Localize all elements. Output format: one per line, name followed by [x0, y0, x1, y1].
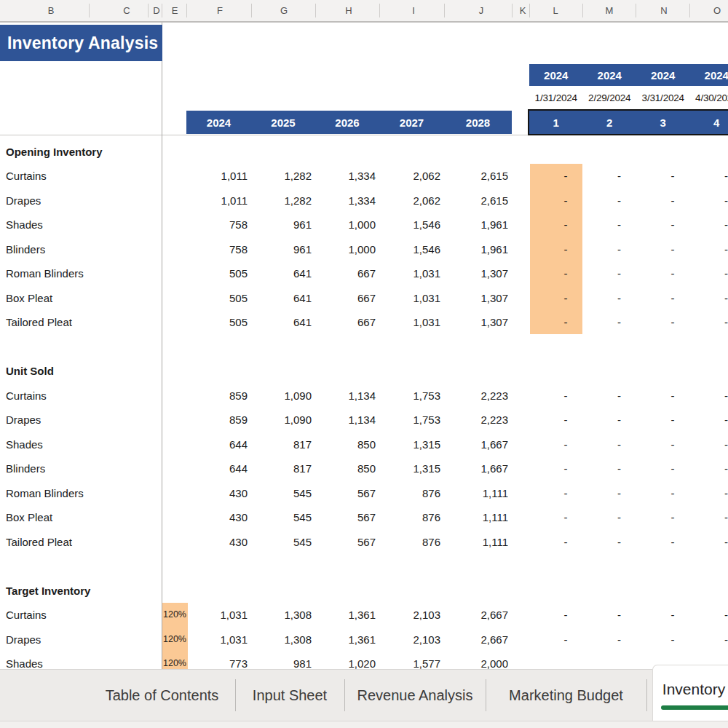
monthly-value-cell[interactable]: - [529, 383, 583, 408]
monthly-value-cell[interactable]: - [583, 627, 637, 652]
annual-value-cell[interactable]: 1,090 [251, 383, 315, 408]
monthly-value-cell[interactable]: - [690, 188, 728, 213]
annual-year-header[interactable]: 2027 [379, 111, 444, 134]
monthly-value-cell[interactable]: - [583, 505, 637, 530]
annual-value-cell[interactable]: 2,062 [379, 188, 444, 213]
annual-value-cell[interactable]: 2,103 [379, 627, 444, 652]
sheet-tab-marketing-budget[interactable]: Marketing Budget [486, 670, 646, 721]
annual-value-cell[interactable]: 1,000 [315, 237, 379, 261]
annual-value-cell[interactable]: 2,062 [379, 164, 444, 189]
annual-value-cell[interactable]: 1,134 [315, 383, 379, 408]
annual-value-cell[interactable]: 1,031 [186, 627, 251, 652]
sheet-title-cell[interactable]: Inventory Analysis [0, 25, 162, 61]
sheet-tab-revenue-analysis[interactable]: Revenue Analysis [344, 670, 486, 721]
annual-value-cell[interactable]: 1,961 [444, 213, 512, 237]
monthly-value-cell[interactable]: - [690, 505, 728, 530]
monthly-value-cell[interactable]: - [529, 432, 583, 456]
annual-year-header[interactable]: 2026 [315, 111, 379, 134]
monthly-value-cell[interactable]: - [529, 188, 583, 213]
annual-value-cell[interactable]: 817 [251, 432, 315, 456]
sheet-tab-input-sheet[interactable]: Input Sheet [235, 670, 344, 721]
annual-value-cell[interactable]: 1,753 [379, 408, 444, 432]
annual-value-cell[interactable]: 545 [251, 505, 315, 530]
annual-value-cell[interactable]: 1,307 [444, 261, 512, 286]
annual-value-cell[interactable]: 1,031 [379, 261, 444, 286]
monthly-value-cell[interactable]: - [690, 213, 728, 237]
annual-value-cell[interactable]: 1,753 [379, 383, 444, 408]
annual-value-cell[interactable]: 1,667 [444, 456, 512, 481]
annual-value-cell[interactable]: 644 [186, 456, 251, 481]
row-label-cell[interactable]: Curtains [6, 383, 159, 408]
annual-value-cell[interactable]: 1,307 [444, 285, 512, 310]
monthly-value-cell[interactable]: - [636, 480, 690, 505]
row-label-cell[interactable]: Roman Blinders [6, 261, 159, 286]
row-label-cell[interactable]: Curtains [6, 603, 159, 628]
annual-value-cell[interactable]: 567 [315, 480, 379, 505]
annual-value-cell[interactable]: 1,308 [251, 603, 315, 628]
monthly-value-cell[interactable]: - [636, 164, 690, 189]
annual-value-cell[interactable]: 859 [186, 383, 251, 408]
monthly-value-cell[interactable]: - [636, 432, 690, 456]
annual-value-cell[interactable]: 667 [315, 261, 379, 286]
monthly-value-cell[interactable]: - [583, 408, 637, 432]
monthly-value-cell[interactable]: - [529, 408, 583, 432]
column-header-d[interactable]: D [153, 0, 159, 21]
monthly-value-cell[interactable]: - [636, 237, 690, 261]
annual-value-cell[interactable]: 641 [251, 310, 315, 335]
annual-value-cell[interactable]: 1,011 [186, 164, 251, 189]
monthly-value-cell[interactable]: - [636, 310, 690, 335]
annual-value-cell[interactable]: 430 [186, 505, 251, 530]
monthly-value-cell[interactable]: - [690, 261, 728, 286]
month-year-header[interactable]: 2024 [636, 64, 690, 86]
monthly-value-cell[interactable]: - [529, 627, 583, 652]
annual-value-cell[interactable]: 1,361 [315, 603, 379, 628]
annual-value-cell[interactable]: 1,315 [379, 456, 444, 481]
annual-year-header[interactable]: 2024 [186, 111, 251, 134]
annual-value-cell[interactable]: 1,315 [379, 432, 444, 456]
annual-value-cell[interactable]: 758 [186, 213, 251, 237]
monthly-value-cell[interactable]: - [690, 408, 728, 432]
annual-value-cell[interactable]: 961 [251, 237, 315, 261]
annual-value-cell[interactable]: 1,090 [251, 408, 315, 432]
column-header-g[interactable]: G [280, 0, 288, 21]
monthly-value-cell[interactable]: - [636, 505, 690, 530]
monthly-value-cell[interactable]: - [583, 261, 637, 286]
monthly-value-cell[interactable]: - [529, 285, 583, 310]
annual-value-cell[interactable]: 1,282 [251, 188, 315, 213]
monthly-value-cell[interactable]: - [690, 164, 728, 189]
monthly-value-cell[interactable]: - [583, 529, 637, 554]
row-label-cell[interactable]: Drapes [6, 408, 159, 432]
period-number-cell[interactable]: 4 [690, 111, 728, 134]
sheet-tab-inventory[interactable]: Inventory [652, 665, 728, 721]
annual-value-cell[interactable]: 1,334 [315, 188, 379, 213]
annual-value-cell[interactable]: 1,361 [315, 627, 379, 652]
annual-value-cell[interactable]: 505 [186, 285, 251, 310]
monthly-value-cell[interactable]: - [529, 164, 583, 189]
column-header-j[interactable]: J [479, 0, 484, 21]
monthly-value-cell[interactable]: - [636, 383, 690, 408]
monthly-value-cell[interactable]: - [636, 261, 690, 286]
monthly-value-cell[interactable]: - [636, 529, 690, 554]
annual-value-cell[interactable]: 1,667 [444, 432, 512, 456]
row-label-cell[interactable]: Box Pleat [6, 505, 159, 530]
row-label-cell[interactable]: Drapes [6, 188, 159, 213]
annual-value-cell[interactable]: 876 [379, 480, 444, 505]
monthly-value-cell[interactable]: - [636, 603, 690, 628]
monthly-value-cell[interactable]: - [690, 603, 728, 628]
monthly-value-cell[interactable]: - [690, 480, 728, 505]
monthly-value-cell[interactable]: - [583, 456, 637, 481]
annual-value-cell[interactable]: 644 [186, 432, 251, 456]
annual-value-cell[interactable]: 567 [315, 529, 379, 554]
monthly-value-cell[interactable]: - [583, 432, 637, 456]
annual-value-cell[interactable]: 1,282 [251, 164, 315, 189]
annual-value-cell[interactable]: 2,667 [444, 603, 512, 628]
annual-value-cell[interactable]: 667 [315, 310, 379, 335]
monthly-value-cell[interactable]: - [529, 310, 583, 335]
monthly-value-cell[interactable]: - [636, 285, 690, 310]
month-end-date-cell[interactable]: 4/30/2024 [690, 86, 728, 111]
monthly-value-cell[interactable]: - [636, 213, 690, 237]
annual-value-cell[interactable]: 545 [251, 480, 315, 505]
month-end-date-cell[interactable]: 1/31/2024 [529, 86, 583, 111]
monthly-value-cell[interactable]: - [636, 456, 690, 481]
monthly-value-cell[interactable]: - [529, 456, 583, 481]
